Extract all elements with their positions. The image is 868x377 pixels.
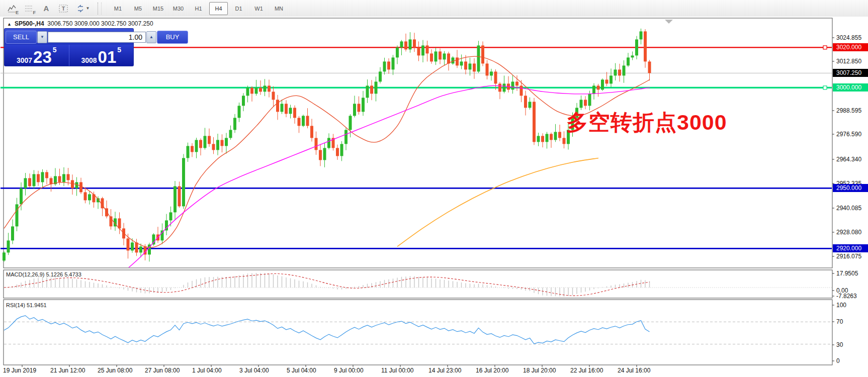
candle-body (490, 71, 493, 75)
price-tick-label: 3024.855 (836, 34, 861, 41)
price-badge-label: 3007.250 (836, 69, 861, 76)
candle-body (584, 100, 587, 106)
candle-body (276, 100, 279, 112)
candle-body (238, 106, 241, 118)
candle-body (400, 41, 403, 47)
bid-quote[interactable]: 3007 23 5 (5, 45, 69, 66)
time-tick-label: 5 Jul 04:00 (287, 367, 316, 374)
time-tick-label: 27 Jun 08:00 (145, 367, 180, 374)
candle-body (370, 85, 373, 93)
candle-body (281, 104, 284, 112)
candle-body (255, 87, 258, 93)
one-click-trade-panel: SELL ▼ ▲ BUY 3007 23 5 3008 01 5 (4, 28, 134, 66)
ask-quote[interactable]: 3008 01 5 (69, 45, 134, 66)
candle-body (16, 204, 19, 226)
time-tick-label: 16 Jul 20:00 (476, 367, 509, 374)
candle-body (131, 242, 134, 250)
candle-body (250, 87, 253, 93)
rsi-axis-label: 100 (836, 302, 846, 309)
candle-body (426, 45, 429, 53)
ask-price-big: 01 (98, 50, 117, 64)
candle-body (464, 61, 467, 69)
candle-body (3, 252, 6, 260)
candle-body (272, 91, 275, 100)
candle-body (592, 85, 595, 93)
candle-body (45, 172, 48, 178)
ohlc-open: 3006.750 (47, 20, 72, 27)
candle-body (392, 57, 395, 69)
candle-body (520, 85, 523, 96)
candle-body (122, 228, 125, 238)
candle-body (127, 238, 130, 250)
candle-body (469, 63, 472, 69)
candle-body (298, 118, 301, 126)
candle-body (268, 85, 271, 91)
ohlc-low: 3002.750 (101, 20, 126, 27)
rsi-axis-label: 0 (836, 357, 840, 364)
scroll-end-marker-icon[interactable] (665, 20, 673, 24)
candle-body (541, 136, 544, 142)
candle-body (212, 144, 215, 150)
candle-body (456, 57, 459, 65)
candle-body (477, 45, 480, 71)
candle-body (366, 85, 369, 98)
price-badge-label: 3000.000 (836, 84, 861, 91)
candle-body (387, 61, 390, 69)
volume-increase-button[interactable]: ▲ (146, 31, 156, 43)
candle-body (439, 51, 442, 59)
candle-body (191, 146, 194, 152)
sell-button[interactable]: SELL (6, 31, 37, 44)
chart-panel-border (4, 270, 832, 298)
candle-body (537, 136, 540, 142)
candle-body (71, 180, 74, 188)
volume-input[interactable] (48, 32, 146, 43)
candle-body (195, 140, 198, 152)
time-tick-label: 11 Jul 00:00 (381, 367, 414, 374)
ask-price-main: 3008 (81, 57, 97, 64)
candle-body (259, 87, 262, 91)
candle-body (404, 41, 407, 49)
candle-body (597, 85, 600, 89)
volume-decrease-button[interactable]: ▼ (37, 31, 47, 43)
candle-body (293, 108, 296, 118)
buy-button[interactable]: BUY (157, 31, 188, 44)
candle-body (79, 182, 82, 192)
price-tick-label: 2916.075 (836, 253, 861, 260)
candle-body (216, 140, 219, 150)
candle-body (635, 39, 638, 55)
candle-body (306, 116, 309, 126)
chart-panel-border (4, 300, 832, 365)
mt4-window: E F A T (0, 0, 868, 377)
candle-body (264, 85, 267, 91)
candle-body (221, 140, 224, 146)
candle-body (605, 79, 609, 83)
candle-body (182, 158, 185, 206)
candle-body (644, 31, 647, 61)
candle-body (498, 83, 501, 91)
ohlc-high: 3009.000 (74, 20, 100, 27)
candle-body (169, 212, 172, 220)
candle-body (623, 65, 626, 75)
price-tick-label: 3012.850 (836, 58, 861, 65)
candle-body (383, 61, 386, 71)
bid-price-sup: 5 (53, 46, 57, 54)
collapse-arrow-icon: ▲ (7, 22, 12, 27)
candle-body (550, 134, 553, 140)
bid-price-big: 23 (33, 50, 52, 64)
candle-body (648, 61, 651, 73)
candle-body (588, 93, 591, 106)
candle-body (413, 39, 416, 47)
chart-ohlc-header: ▲SP500-,H4 3006.750 3009.000 3002.750 30… (7, 20, 153, 27)
rsi-axis-label: 70 (836, 318, 843, 325)
candle-body (447, 53, 450, 63)
candle-body (580, 100, 583, 108)
candle-body (310, 126, 313, 138)
candle-body (460, 61, 463, 65)
candle-body (435, 51, 438, 61)
candle-body (302, 116, 305, 126)
candle-body (233, 118, 236, 130)
candle-body (362, 98, 365, 112)
candle-body (563, 138, 566, 144)
candle-body (58, 176, 61, 182)
candle-body (67, 174, 70, 180)
